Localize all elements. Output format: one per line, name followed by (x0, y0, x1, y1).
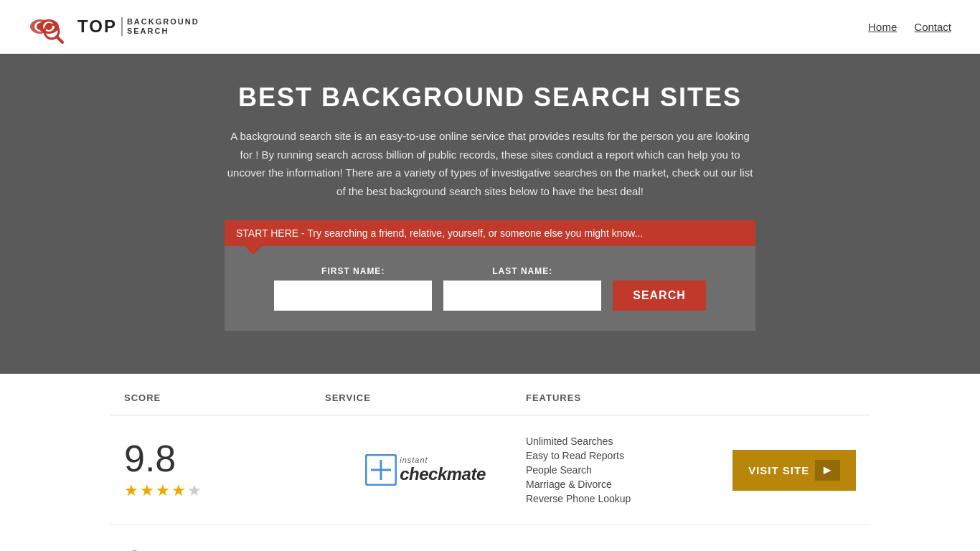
callout-bar: START HERE - Try searching a friend, rel… (225, 220, 755, 246)
service-col-1: instant checkmate (325, 454, 526, 486)
first-name-input[interactable] (274, 281, 432, 311)
table-row: 9.8 ★★★★★ instant checkmate Unlimited Se… (110, 415, 870, 525)
nav-contact[interactable]: Contact (914, 21, 951, 33)
visit-col-1: VISIT SITE ► (727, 450, 856, 491)
logo-area: TOP BACKGROUND SEARCH (29, 9, 199, 44)
nav-home[interactable]: Home (868, 21, 897, 33)
feature-item: Unlimited Searches (526, 435, 727, 447)
feature-item: Easy to Read Reports (526, 450, 727, 461)
main-nav: Home Contact (868, 21, 951, 33)
checkmate-icon (365, 454, 397, 486)
features-col-1: Unlimited Searches Easy to Read Reports … (526, 435, 727, 504)
stars-1: ★★★★★ (124, 481, 203, 500)
score-col-2: 9.4 ★★★★★ (124, 545, 325, 551)
feature-item: Reverse Phone Lookup (526, 493, 727, 504)
col-features: FEATURES (526, 392, 727, 403)
logo-sub-text: BACKGROUND SEARCH (121, 17, 199, 36)
col-action (727, 392, 856, 403)
checkmate-logo: instant checkmate (365, 454, 486, 486)
last-name-input[interactable] (443, 281, 601, 311)
first-name-group: FIRST NAME: (274, 266, 432, 311)
header: TOP BACKGROUND SEARCH Home Contact (0, 0, 980, 54)
hero-title: BEST BACKGROUND SEARCH SITES (14, 83, 966, 113)
logo-icon (29, 9, 72, 44)
col-score: SCORE (124, 392, 325, 403)
table-header: SCORE SERVICE FEATURES (110, 381, 870, 415)
search-form: FIRST NAME: LAST NAME: SEARCH (225, 246, 755, 331)
last-name-group: LAST NAME: (443, 266, 601, 311)
hero-description: A background search site is an easy-to-u… (225, 127, 755, 200)
feature-item: Marriage & Divorce (526, 479, 727, 490)
first-name-label: FIRST NAME: (274, 266, 432, 276)
logo-top: TOP BACKGROUND SEARCH (77, 17, 199, 37)
last-name-label: LAST NAME: (443, 266, 601, 276)
svg-line-7 (57, 37, 62, 42)
checkmate-text: instant checkmate (400, 456, 486, 484)
col-service: SERVICE (325, 392, 526, 403)
hero-section: BEST BACKGROUND SEARCH SITES A backgroun… (0, 54, 980, 374)
feature-item: People Search (526, 464, 727, 476)
score-number-2: 9.4 (124, 545, 176, 551)
visit-site-button-1[interactable]: VISIT SITE ► (732, 450, 856, 491)
score-number-1: 9.8 (124, 440, 176, 477)
score-col-1: 9.8 ★★★★★ (124, 440, 325, 500)
arrow-icon: ► (815, 460, 840, 481)
results-area: SCORE SERVICE FEATURES 9.8 ★★★★★ instant… (95, 381, 885, 551)
search-button[interactable]: SEARCH (613, 281, 706, 311)
table-row: 9.4 ★★★★★ PeopleLooker Accurate and up-t… (110, 525, 870, 551)
logo-top-text: TOP (77, 17, 117, 37)
